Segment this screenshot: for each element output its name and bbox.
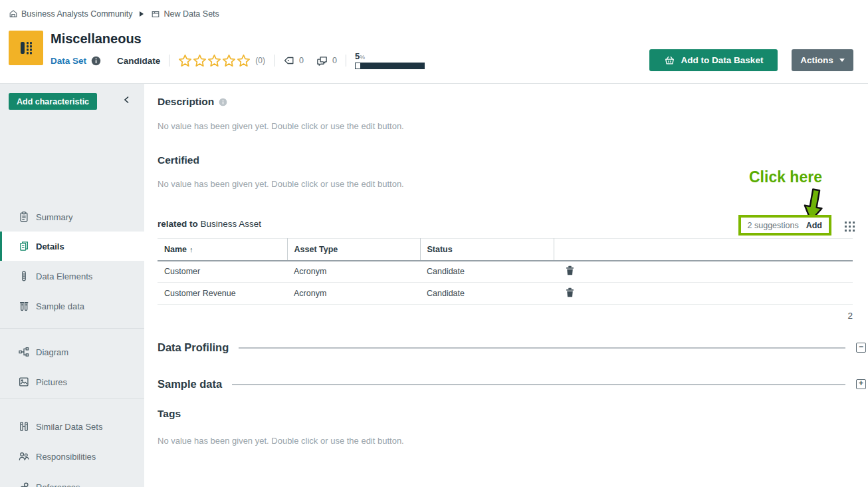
sidebar-item-label: Responsibilities	[36, 452, 96, 462]
star-icon[interactable]	[222, 54, 236, 68]
sidebar-item-sample-data[interactable]: Sample data	[0, 291, 144, 321]
sort-ascending-icon: ↑	[189, 245, 193, 253]
cell-name[interactable]: Customer Revenue	[158, 283, 287, 305]
diagram-icon	[18, 346, 30, 358]
sidebar-collapse-button[interactable]	[122, 94, 131, 108]
similar-data-sets-icon	[18, 420, 30, 432]
sidebar-item-label: References	[36, 482, 80, 487]
relation-row-count: 2	[847, 311, 853, 321]
collapse-section-button[interactable]: −	[856, 343, 866, 353]
star-icon[interactable]	[237, 54, 251, 68]
sample-data-icon	[18, 300, 30, 312]
certified-section-title: Certified	[158, 154, 199, 166]
description-info-icon[interactable]	[219, 98, 227, 106]
cell-status: Candidate	[420, 283, 554, 305]
cell-status: Candidate	[420, 261, 554, 283]
section-divider-line	[232, 384, 845, 385]
main-content: Description No value has been given yet.…	[144, 84, 868, 487]
suggestions-highlight-box: 2 suggestions Add	[738, 215, 831, 236]
certified-placeholder[interactable]: No value has been given yet. Double clic…	[158, 179, 404, 189]
table-row: Customer Acronym Candidate	[158, 261, 853, 283]
add-to-data-basket-label: Add to Data Basket	[681, 55, 764, 65]
sidebar-item-similar-data-sets[interactable]: Similar Data Sets	[0, 412, 144, 441]
asset-type-link[interactable]: Data Set	[51, 56, 86, 66]
sidebar-item-references[interactable]: References	[0, 472, 144, 487]
domain-icon	[151, 9, 160, 19]
data-set-icon	[16, 38, 36, 58]
sidebar-item-data-elements[interactable]: Data Elements	[0, 261, 144, 291]
sidebar-item-pictures[interactable]: Pictures	[0, 367, 144, 397]
tags-section-title: Tags	[158, 408, 181, 420]
data-profiling-title: Data Profiling	[158, 341, 229, 354]
community-icon	[9, 9, 18, 19]
cell-asset-type: Acronym	[287, 261, 420, 283]
comments-counter[interactable]: 0	[316, 55, 337, 67]
data-elements-icon	[18, 270, 30, 282]
section-divider-line	[239, 347, 845, 349]
expand-section-button[interactable]: +	[856, 379, 866, 389]
relation-title-bold: related to	[158, 219, 198, 229]
column-header-status[interactable]: Status	[420, 239, 554, 261]
rating-stars[interactable]	[178, 54, 251, 68]
suggestions-link[interactable]: 2 suggestions	[748, 221, 799, 230]
sidebar-item-label: Diagram	[36, 347, 68, 357]
tags-counter[interactable]: 0	[283, 55, 304, 67]
sidebar-item-label: Details	[36, 242, 64, 251]
summary-icon	[18, 211, 30, 223]
description-placeholder[interactable]: No value has been given yet. Double clic…	[158, 121, 404, 131]
sidebar-divider	[0, 328, 144, 329]
star-icon[interactable]	[207, 54, 221, 68]
asset-type-info-icon[interactable]	[91, 56, 101, 66]
description-title-label: Description	[158, 96, 214, 108]
add-to-data-basket-button[interactable]: Add to Data Basket	[649, 49, 778, 71]
table-options-button[interactable]	[843, 220, 856, 233]
star-icon[interactable]	[178, 54, 192, 68]
sidebar-item-responsibilities[interactable]: Responsibilities	[0, 442, 144, 471]
star-icon[interactable]	[193, 54, 207, 68]
tags-placeholder[interactable]: No value has been given yet. Double clic…	[158, 436, 404, 446]
sample-data-title: Sample data	[158, 378, 222, 391]
add-relation-button[interactable]: Add	[806, 221, 822, 230]
basket-icon	[664, 55, 675, 66]
references-icon	[18, 481, 30, 487]
column-header-actions	[554, 239, 853, 261]
divider	[169, 55, 169, 67]
relation-title-rest: Business Asset	[201, 219, 262, 229]
breadcrumb: Business Analysts Community New Data Set…	[9, 7, 219, 21]
column-header-asset-type[interactable]: Asset Type	[287, 239, 420, 261]
chevron-down-icon	[839, 59, 845, 62]
completeness-bar	[355, 63, 425, 69]
chevron-left-icon	[122, 94, 131, 105]
sidebar-item-label: Sample data	[36, 301, 84, 311]
sidebar-item-diagram[interactable]: Diagram	[0, 337, 144, 367]
cell-asset-type: Acronym	[287, 283, 420, 305]
sidebar-item-details[interactable]: Details	[0, 232, 144, 261]
sidebar: Add characteristic Summary Details Data …	[0, 84, 144, 487]
sample-data-section: Sample data +	[158, 378, 866, 391]
actions-button[interactable]: Actions	[792, 49, 853, 71]
tags-title-label: Tags	[158, 408, 181, 420]
breadcrumb-community[interactable]: Business Analysts Community	[9, 9, 132, 19]
actions-label: Actions	[800, 55, 833, 65]
status-badge: Candidate	[117, 56, 160, 66]
sidebar-item-summary[interactable]: Summary	[0, 202, 144, 232]
column-header-name[interactable]: Name↑	[158, 239, 287, 261]
completeness-bar-fill	[356, 63, 360, 69]
completeness-label: 5%	[355, 52, 425, 62]
table-header-row: Name↑ Asset Type Status	[158, 239, 853, 261]
breadcrumb-domain[interactable]: New Data Sets	[151, 9, 219, 19]
breadcrumb-community-label: Business Analysts Community	[21, 9, 132, 19]
pictures-icon	[18, 376, 30, 388]
page-title: Miscellaneous	[51, 31, 142, 47]
click-here-annotation: Click here	[749, 168, 822, 186]
add-characteristic-button[interactable]: Add characteristic	[9, 93, 97, 110]
breadcrumb-domain-label: New Data Sets	[163, 9, 219, 19]
application-window: Business Analysts Community New Data Set…	[0, 0, 868, 487]
certified-title-label: Certified	[158, 154, 199, 166]
delete-relation-button[interactable]	[566, 287, 574, 297]
sidebar-item-label: Pictures	[36, 377, 67, 387]
divider	[274, 55, 274, 67]
delete-relation-button[interactable]	[566, 265, 574, 275]
cell-name[interactable]: Customer	[158, 261, 287, 283]
rating-count: (0)	[255, 56, 265, 65]
